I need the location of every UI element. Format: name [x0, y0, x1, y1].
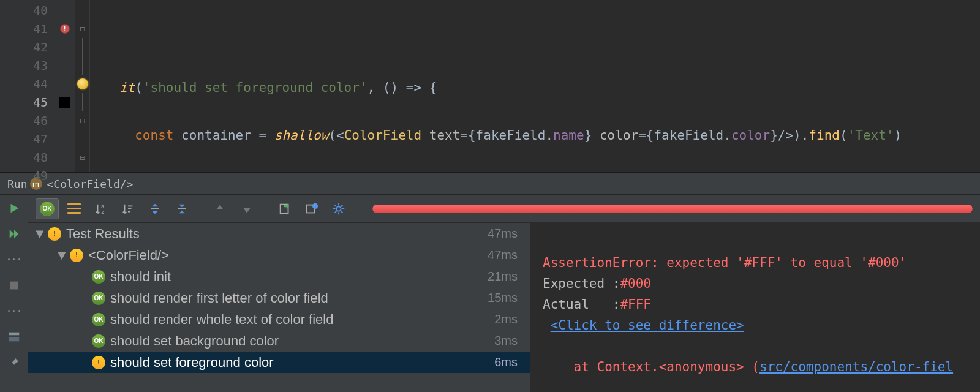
code-token: , () => { — [368, 80, 437, 95]
svg-rect-1 — [9, 333, 19, 336]
sort-duration-button[interactable] — [116, 198, 140, 219]
collapse-icon[interactable]: ▼ — [56, 247, 67, 263]
fold-start-icon[interactable]: ⊟ — [75, 20, 89, 38]
line-number: 43 — [0, 56, 54, 75]
test-label: <ColorField/> — [88, 247, 488, 263]
layout-button[interactable] — [6, 328, 23, 345]
run-panel: OK az ▼!Test Results47ms▼!<ColorField/>4… — [0, 195, 980, 392]
line-number: 45 — [0, 93, 54, 111]
test-tree-item[interactable]: ▼!Test Results47ms — [28, 223, 530, 244]
test-pass-icon: OK — [92, 313, 105, 326]
test-label: should render first letter of color fiel… — [110, 290, 488, 306]
code-string: 'Text' — [848, 128, 894, 143]
run-tool-window-header[interactable]: Run m <ColorField/> — [0, 173, 980, 195]
run-button[interactable] — [6, 200, 23, 217]
test-warn-icon: ! — [70, 249, 83, 262]
svg-text:z: z — [101, 209, 104, 215]
line-number-gutter: 40 41 42 43 44 45 46 47 48 49 — [0, 0, 54, 172]
run-sidebar — [0, 195, 28, 392]
collapse-all-button[interactable] — [170, 198, 194, 219]
svg-point-13 — [336, 206, 341, 211]
error-message: AssertionError: expected '#FFF' to equal… — [543, 255, 907, 270]
test-label: Test Results — [66, 226, 488, 242]
rerun-failed-button[interactable] — [6, 225, 23, 243]
test-duration: 15ms — [488, 291, 530, 305]
code-editor[interactable]: 40 41 42 43 44 45 46 47 48 49 ! ⊟ ⊟ ⊟ — [0, 0, 980, 173]
export-button[interactable] — [273, 198, 296, 219]
stack-text: at Context.<anonymous> ( — [543, 360, 760, 374]
code-token: it — [119, 80, 135, 95]
line-number: 49 — [0, 167, 54, 185]
test-tree-item[interactable]: ▼!<ColorField/>47ms — [28, 244, 530, 266]
code-token: fakeField — [476, 128, 546, 143]
test-tree-item[interactable]: OKshould set background color3ms — [28, 330, 530, 352]
line-number: 42 — [0, 38, 54, 56]
test-duration: 3ms — [494, 334, 530, 348]
code-token: shallow — [274, 128, 329, 143]
test-duration: 6ms — [494, 355, 530, 369]
actual-label: Actual : — [543, 297, 620, 312]
code-token: = — [251, 128, 274, 143]
test-console[interactable]: AssertionError: expected '#FFF' to equal… — [530, 223, 980, 392]
test-tree-item[interactable]: OKshould init21ms — [28, 266, 530, 287]
svg-rect-8 — [151, 208, 159, 209]
show-passed-button[interactable]: OK — [36, 198, 59, 219]
line-number: 46 — [0, 111, 54, 130]
code-string: 'should set foreground color' — [143, 80, 368, 95]
stop-button[interactable] — [6, 277, 23, 294]
settings-button[interactable] — [327, 198, 350, 219]
intention-bulb-icon[interactable] — [77, 78, 88, 89]
diff-link[interactable]: <Click to see difference> — [551, 318, 744, 333]
stack-file-link[interactable]: src/components/color-fiel — [760, 360, 953, 374]
code-token: ColorField — [344, 128, 421, 143]
code-token: text — [429, 128, 461, 143]
line-number: 48 — [0, 148, 54, 167]
error-marker-icon[interactable]: ! — [60, 24, 70, 34]
expand-all-button[interactable] — [143, 198, 167, 219]
show-ignored-button[interactable] — [62, 198, 86, 219]
test-warn-icon: ! — [92, 356, 105, 369]
test-tree-item[interactable]: !should set foreground color6ms — [28, 352, 530, 373]
bookmark-icon[interactable] — [59, 97, 70, 108]
code-token: find — [809, 128, 840, 143]
expected-value: #000 — [620, 276, 651, 291]
actual-value: #FFF — [620, 297, 651, 312]
code-keyword: const — [135, 128, 173, 143]
code-token: color — [731, 128, 770, 143]
fold-end-icon[interactable]: ⊟ — [75, 111, 89, 130]
fold-gutter: ⊟ ⊟ ⊟ — [75, 0, 90, 172]
test-duration: 21ms — [488, 270, 530, 284]
code-token: color — [600, 128, 638, 143]
svg-rect-0 — [10, 282, 18, 290]
ok-icon: OK — [40, 202, 55, 216]
test-label: should render whole text of color field — [110, 312, 494, 328]
pin-button[interactable] — [6, 354, 23, 371]
test-progress-bar — [372, 205, 973, 213]
test-pass-icon: OK — [92, 270, 105, 284]
test-tree[interactable]: ▼!Test Results47ms▼!<ColorField/>47msOKs… — [28, 223, 530, 392]
fold-end-icon[interactable]: ⊟ — [75, 148, 89, 167]
more-actions[interactable] — [6, 251, 23, 268]
line-number: 47 — [0, 130, 54, 148]
code-token: name — [553, 128, 584, 143]
more-actions[interactable] — [6, 303, 23, 320]
prev-failed-button[interactable] — [208, 198, 232, 219]
test-toolbar: OK az — [28, 195, 980, 223]
code-area[interactable]: it('should set foreground color', () => … — [90, 0, 980, 172]
svg-rect-6 — [128, 208, 132, 209]
svg-rect-9 — [178, 208, 186, 209]
collapse-icon[interactable]: ▼ — [34, 226, 45, 242]
test-duration: 47ms — [488, 248, 530, 262]
code-token: container — [181, 128, 251, 143]
test-label: should init — [110, 269, 488, 285]
test-label: should set background color — [110, 333, 494, 349]
test-tree-item[interactable]: OKshould render whole text of color fiel… — [28, 309, 530, 330]
test-tree-item[interactable]: OKshould render first letter of color fi… — [28, 287, 530, 309]
code-token: fakeField — [654, 128, 723, 143]
line-number: 44 — [0, 75, 54, 93]
sort-alpha-button[interactable]: az — [89, 198, 113, 219]
history-button[interactable] — [300, 198, 323, 219]
svg-rect-7 — [128, 211, 130, 212]
next-failed-button[interactable] — [235, 198, 258, 219]
run-config-name: <ColorField/> — [47, 178, 134, 190]
